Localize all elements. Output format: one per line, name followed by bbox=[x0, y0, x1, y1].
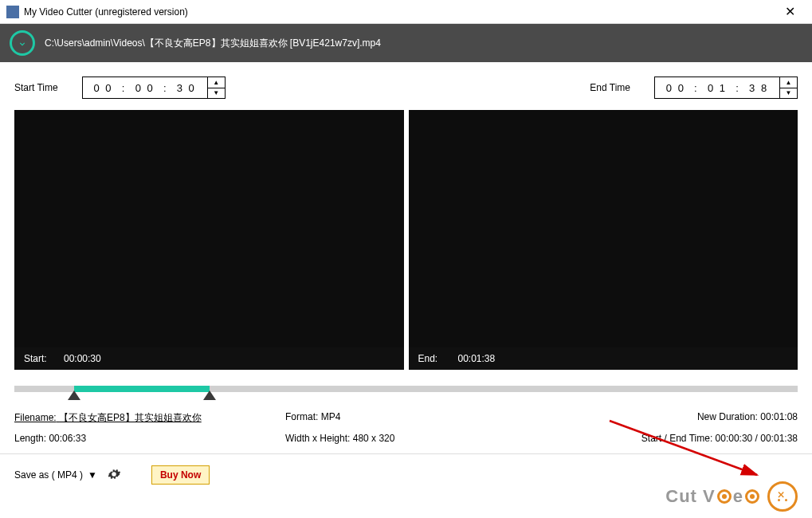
new-duration-row: New Duration: 00:01:08 bbox=[524, 411, 798, 425]
end-preview-caption: End: 00:01:38 bbox=[409, 347, 798, 370]
dimensions-row: Width x Height: 480 x 320 bbox=[285, 433, 524, 444]
info-grid: Filename: 【不良女高EP8】其实姐姐喜欢你 Format: MP4 N… bbox=[0, 408, 812, 444]
file-path: C:\Users\admin\Videos\【不良女高EP8】其实姐姐喜欢你 [… bbox=[45, 37, 381, 50]
app-icon bbox=[6, 6, 19, 18]
settings-button[interactable] bbox=[105, 465, 123, 485]
logo-text-left: Cut V bbox=[665, 486, 715, 507]
timeline-start-handle[interactable] bbox=[68, 390, 80, 400]
start-time-label: Start Time bbox=[14, 82, 58, 93]
time-controls-row: Start Time 0 0 : 0 0 : 3 0 ▲ ▼ End Time … bbox=[0, 62, 812, 110]
title-bar: My Video Cutter (unregistered version) ✕ bbox=[0, 0, 812, 24]
start-time-input[interactable]: 0 0 : 0 0 : 3 0 ▲ ▼ bbox=[82, 77, 226, 99]
close-button[interactable]: ✕ bbox=[774, 4, 806, 19]
start-time-group: Start Time 0 0 : 0 0 : 3 0 ▲ ▼ bbox=[14, 77, 226, 99]
start-caption-value: 00:00:30 bbox=[64, 353, 101, 364]
logo-text-right: e bbox=[733, 486, 743, 507]
end-time-input[interactable]: 0 0 : 0 1 : 3 8 ▲ ▼ bbox=[654, 77, 798, 99]
filename-row: Filename: 【不良女高EP8】其实姐姐喜欢你 bbox=[14, 411, 285, 425]
logo-reel-icon bbox=[717, 489, 732, 504]
start-time-value: 0 0 : 0 0 : 3 0 bbox=[83, 82, 207, 94]
spinner-up-icon[interactable]: ▲ bbox=[780, 77, 797, 88]
chevron-down-icon: ▼ bbox=[88, 469, 97, 481]
timeline-selection bbox=[74, 386, 210, 392]
spinner-up-icon[interactable]: ▲ bbox=[208, 77, 225, 88]
spinner-down-icon[interactable]: ▼ bbox=[780, 88, 797, 99]
file-bar: C:\Users\admin\Videos\【不良女高EP8】其实姐姐喜欢你 [… bbox=[0, 24, 812, 62]
spinner-down-icon[interactable]: ▼ bbox=[208, 88, 225, 99]
end-caption-label: End: bbox=[418, 353, 458, 364]
open-file-button[interactable] bbox=[10, 30, 35, 56]
end-time-label: End Time bbox=[590, 82, 630, 93]
logo-reel-icon bbox=[745, 489, 759, 504]
start-preview-caption: Start: 00:00:30 bbox=[14, 347, 404, 370]
start-caption-label: Start: bbox=[24, 353, 64, 364]
save-as-dropdown[interactable]: Save as ( MP4 ) ▼ bbox=[14, 469, 97, 481]
timeline[interactable] bbox=[14, 381, 798, 402]
logo-area: Cut V e bbox=[665, 481, 798, 512]
save-as-label: Save as ( MP4 ) bbox=[14, 469, 83, 481]
window-title: My Video Cutter (unregistered version) bbox=[24, 6, 774, 18]
startend-row: Start / End Time: 00:00:30 / 00:01:38 bbox=[524, 433, 798, 444]
buy-now-button[interactable]: Buy Now bbox=[151, 465, 210, 485]
format-row: Format: MP4 bbox=[285, 411, 524, 425]
end-time-spinner[interactable]: ▲ ▼ bbox=[779, 77, 797, 98]
end-time-group: End Time 0 0 : 0 1 : 3 8 ▲ ▼ bbox=[590, 77, 798, 99]
preview-row: Start: 00:00:30 End: 00:01:38 bbox=[0, 110, 812, 370]
start-preview: Start: 00:00:30 bbox=[14, 110, 404, 370]
start-time-spinner[interactable]: ▲ ▼ bbox=[207, 77, 225, 98]
timeline-end-handle[interactable] bbox=[203, 390, 216, 400]
end-caption-value: 00:01:38 bbox=[458, 353, 496, 364]
end-preview: End: 00:01:38 bbox=[409, 110, 798, 370]
start-preview-canvas bbox=[14, 110, 404, 347]
end-preview-canvas bbox=[409, 110, 798, 347]
length-row: Length: 00:06:33 bbox=[14, 433, 285, 444]
cut-video-button[interactable] bbox=[767, 481, 798, 512]
end-time-value: 0 0 : 0 1 : 3 8 bbox=[655, 82, 779, 94]
